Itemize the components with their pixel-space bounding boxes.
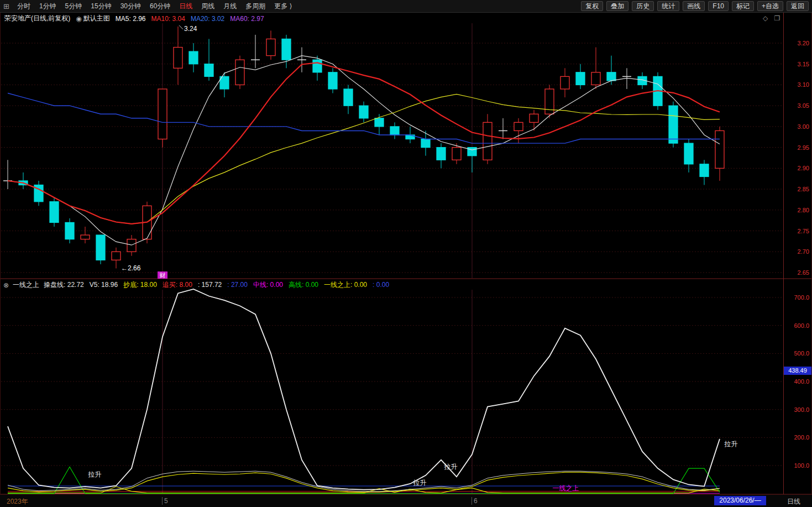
signal-label: 拉升	[413, 479, 427, 487]
period-tab-分时[interactable]: 分时	[13, 2, 35, 11]
stock-title: 荣安地产(日线,前复权)	[4, 14, 70, 23]
chart-style-label[interactable]: 默认主图	[83, 14, 110, 23]
candle-down	[205, 64, 213, 77]
price-tick-label: 2.75	[785, 228, 809, 234]
month-tick-label: 6	[472, 497, 478, 505]
ma5-line	[8, 56, 720, 245]
toolbar: 复权叠加历史统计画线F10标记+自选返回	[581, 1, 812, 11]
tool-button-叠加[interactable]: 叠加	[606, 1, 628, 11]
price-tick-label: 3.10	[785, 81, 809, 88]
candle-up	[514, 122, 523, 130]
tool-button-复权[interactable]: 复权	[581, 1, 603, 11]
period-tab-更多 ⟩[interactable]: 更多 ⟩	[270, 2, 296, 11]
period-tab-5分钟[interactable]: 5分钟	[61, 2, 87, 11]
tool-button-画线[interactable]: 画线	[683, 1, 705, 11]
indicator-values: 操盘线: 22.72V5: 18.96抄底: 18.00追买: 8.00: 15…	[44, 280, 395, 290]
candle-up	[158, 89, 167, 139]
period-indicator: 日线	[787, 497, 800, 506]
candle-down	[437, 148, 446, 160]
period-tab-周线[interactable]: 周线	[197, 2, 219, 11]
indicator-tick-label: 400.0	[785, 378, 809, 385]
ma-value-label: MA5: 2.96	[116, 15, 146, 23]
indicator-value-label: 中线: 0.00	[253, 281, 283, 289]
candle-up	[452, 148, 461, 160]
candle-up	[715, 130, 724, 168]
indicator-tick-label: 600.0	[785, 322, 809, 329]
ma-values: MA5: 2.96MA10: 3.04MA20: 3.02MA60: 2.97	[116, 15, 270, 23]
indicator-value-label: : 157.72	[198, 281, 222, 289]
indicator-value-label: 操盘线: 22.72	[44, 281, 84, 289]
tool-button-+自选[interactable]: +自选	[757, 1, 783, 11]
candle-down	[375, 118, 384, 127]
period-tab-日线[interactable]: 日线	[175, 2, 197, 11]
period-tab-月线[interactable]: 月线	[219, 2, 241, 11]
chart-style-toggle-icon[interactable]: ◉	[76, 15, 81, 23]
tool-button-返回[interactable]: 返回	[787, 1, 809, 11]
main-chart-header: 荣安地产(日线,前复权) ◉ 默认主图 MA5: 2.96MA10: 3.04M…	[4, 14, 270, 23]
expand-icon[interactable]: ❐	[774, 14, 780, 22]
candle-up	[483, 122, 492, 160]
ma10-line	[8, 62, 720, 223]
candle-up	[112, 252, 121, 260]
indicator-last-value-badge: 438.49	[784, 367, 811, 375]
indicator-value-label: : 0.00	[373, 281, 389, 289]
candle-down	[328, 72, 337, 89]
price-tick-label: 2.65	[785, 269, 809, 276]
period-tab-多周期[interactable]: 多周期	[241, 2, 270, 11]
candle-down	[684, 143, 693, 164]
candle-down	[576, 72, 585, 85]
main-chart-corner-tools: ◇ ❐	[758, 14, 780, 22]
indicator-tick-label: 100.0	[785, 462, 809, 469]
candle-down	[313, 60, 322, 72]
indicator-value-label: V5: 18.96	[90, 281, 118, 289]
tool-button-标记[interactable]: 标记	[732, 1, 754, 11]
price-tick-label: 3.00	[785, 123, 809, 130]
candle-up	[560, 76, 569, 89]
period-tab-30分钟[interactable]: 30分钟	[116, 2, 145, 11]
candle-up	[174, 48, 182, 69]
indicator-value-label: 一线之上: 0.00	[324, 281, 367, 289]
tool-button-统计[interactable]: 统计	[657, 1, 679, 11]
candle-up	[127, 239, 136, 252]
indicator-name[interactable]: 一线之上	[13, 280, 39, 290]
signal-label: 拉升	[724, 440, 737, 448]
candle-down	[50, 202, 59, 223]
indicator-toggle-icon[interactable]: ⊗	[3, 281, 9, 289]
ma-value-label: MA10: 3.04	[151, 15, 185, 23]
price-tick-label: 3.20	[785, 40, 809, 46]
signal-label: 拉升	[88, 471, 102, 478]
price-tick-label: 2.70	[785, 248, 809, 255]
price-tick-label: 2.95	[785, 144, 809, 151]
indicator-line-操盘线	[8, 289, 720, 490]
time-axis-bar: 2023年 56 2023/06/26/— 日线	[0, 495, 812, 507]
indicator-tick-label: 700.0	[785, 294, 809, 301]
tool-button-历史[interactable]: 历史	[632, 1, 654, 11]
price-tick-label: 3.15	[785, 61, 809, 67]
period-tab-15分钟[interactable]: 15分钟	[86, 2, 116, 11]
indicator-value-label: 高线: 0.00	[289, 281, 318, 289]
price-tick-label: 3.05	[785, 102, 809, 109]
signal-label: 拉升	[444, 463, 458, 471]
diamond-icon[interactable]: ◇	[763, 14, 768, 22]
tool-button-F10[interactable]: F10	[708, 1, 729, 11]
app-grid-icon[interactable]: ⊞	[0, 2, 13, 11]
period-tab-1分钟[interactable]: 1分钟	[35, 2, 61, 11]
indicator-value-label: : 27.00	[227, 281, 248, 289]
candle-down	[344, 89, 353, 106]
indicator-tick-label: 200.0	[785, 434, 809, 441]
candle-up	[545, 89, 554, 114]
period-tabs: 分时1分钟5分钟15分钟30分钟60分钟日线周线月线多周期更多 ⟩	[13, 2, 296, 11]
candle-up	[591, 72, 600, 85]
ma-value-label: MA20: 3.02	[191, 15, 224, 23]
candle-up	[235, 60, 244, 85]
event-badge-label: 财	[160, 272, 166, 279]
indicator-value-label: 追买: 8.00	[163, 281, 192, 289]
chart-canvas[interactable]: 3.24←2.66财拉升拉升拉升拉升一线之上	[0, 0, 812, 507]
indicator-tick-label: 300.0	[785, 406, 809, 413]
price-tick-label: 2.85	[785, 186, 809, 192]
candle-down	[359, 106, 368, 118]
ma-value-label: MA60: 2.97	[230, 15, 264, 23]
signal-label: 一线之上	[553, 484, 579, 492]
period-tab-60分钟[interactable]: 60分钟	[145, 2, 175, 11]
candle-down	[669, 106, 678, 143]
